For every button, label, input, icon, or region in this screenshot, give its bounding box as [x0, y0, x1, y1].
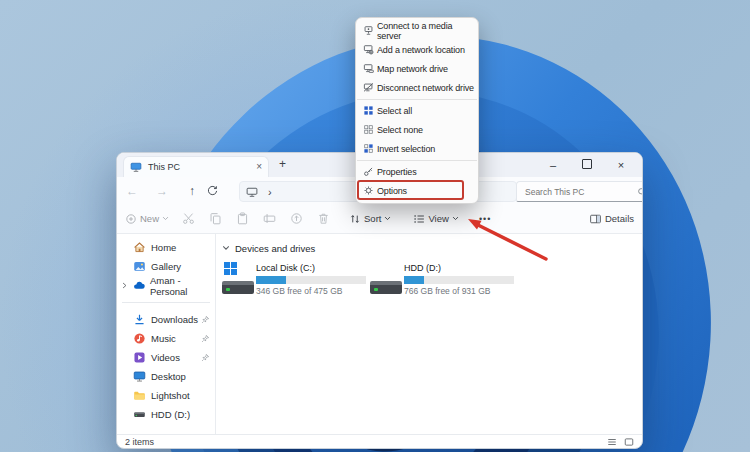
sidebar-label: HDD (D:) — [151, 409, 190, 420]
minimize-button[interactable]: – — [536, 160, 570, 171]
menu-item-select-all[interactable]: Select all — [356, 101, 478, 120]
sort-icon — [349, 213, 361, 225]
maximize-button[interactable] — [570, 159, 604, 171]
menu-separator — [357, 99, 477, 100]
copy-button[interactable] — [202, 212, 229, 225]
menu-item-properties[interactable]: Properties — [356, 162, 478, 181]
menu-item-label: Map network drive — [377, 64, 448, 74]
menu-item-disconnect-network-drive[interactable]: Disconnect network drive — [356, 78, 478, 97]
sidebar-item-downloads[interactable]: Downloads — [117, 310, 215, 329]
maximize-icon — [582, 159, 592, 169]
pin-icon — [201, 315, 210, 324]
tab-title: This PC — [148, 162, 250, 172]
sidebar-item-lightshot[interactable]: Lightshot — [117, 386, 215, 405]
this-pc-monitor-icon — [130, 161, 142, 173]
sidebar-item-gallery[interactable]: Gallery — [117, 257, 215, 276]
network-location-icon — [363, 44, 374, 55]
sidebar-item-music[interactable]: Music — [117, 329, 215, 348]
menu-item-map-network-drive[interactable]: Map network drive — [356, 59, 478, 78]
menu-item-add-network-location[interactable]: Add a network location — [356, 40, 478, 59]
sidebar-item-videos[interactable]: Videos — [117, 348, 215, 367]
view-button[interactable]: View — [413, 213, 458, 225]
sidebar-item-onedrive[interactable]: Aman - Personal — [117, 276, 215, 295]
paste-button[interactable] — [229, 212, 256, 225]
rename-button[interactable] — [256, 212, 283, 225]
menu-item-invert-selection[interactable]: Invert selection — [356, 139, 478, 158]
hard-drive-icon — [133, 408, 146, 421]
sidebar-label: Music — [151, 333, 176, 344]
view-icon — [413, 213, 425, 225]
window-body: Home Gallery — [117, 234, 642, 434]
capacity-bar — [256, 276, 366, 284]
this-pc-breadcrumb-icon — [246, 186, 258, 198]
chevron-right-icon[interactable] — [121, 282, 128, 289]
new-button[interactable]: New — [125, 213, 169, 225]
menu-item-select-none[interactable]: Select none — [356, 120, 478, 139]
see-more-dropdown-menu: Connect to a media server Add a network … — [355, 17, 479, 204]
drive-tiles: Local Disk (C:) 346 GB free of 475 GB — [220, 262, 642, 298]
sidebar-item-desktop[interactable]: Desktop — [117, 367, 215, 386]
drive-free-space: 346 GB free of 475 GB — [256, 286, 366, 296]
properties-key-icon — [363, 166, 374, 177]
pin-icon — [201, 334, 210, 343]
select-all-icon — [363, 105, 374, 116]
chevron-down-icon — [384, 216, 391, 221]
desktop-icon — [133, 370, 146, 383]
sidebar-label: Desktop — [151, 371, 186, 382]
drive-name: HDD (D:) — [404, 263, 514, 273]
sidebar-label: Videos — [151, 352, 180, 363]
pin-icon — [201, 353, 210, 362]
trash-icon — [317, 212, 330, 225]
up-button[interactable]: ↑ — [177, 184, 207, 198]
breadcrumb-chevron[interactable]: › — [268, 186, 272, 198]
cut-button[interactable] — [175, 212, 202, 225]
window-controls: – × — [536, 153, 638, 177]
delete-button[interactable] — [310, 212, 337, 225]
paste-icon — [236, 212, 249, 225]
see-more-button[interactable]: ••• — [479, 214, 491, 224]
search-box[interactable] — [516, 181, 643, 202]
tab-this-pc[interactable]: This PC × — [123, 156, 269, 177]
details-button[interactable]: Details — [589, 213, 634, 225]
list-view-toggle[interactable] — [607, 437, 617, 447]
sidebar-item-hdd-d[interactable]: HDD (D:) — [117, 405, 215, 424]
menu-item-label: Select none — [377, 125, 423, 135]
details-label: Details — [605, 213, 634, 224]
menu-separator — [357, 160, 477, 161]
invert-selection-icon — [363, 143, 374, 154]
map-network-drive-icon — [363, 63, 374, 74]
menu-item-connect-media-server[interactable]: Connect to a media server — [356, 21, 478, 40]
drive-local-disk-c[interactable]: Local Disk (C:) 346 GB free of 475 GB — [220, 262, 368, 298]
back-button[interactable]: ← — [117, 184, 147, 198]
search-input[interactable] — [523, 186, 637, 198]
new-tab-button[interactable]: + — [279, 158, 286, 172]
menu-item-options[interactable]: Options — [356, 181, 478, 200]
navigation-pane: Home Gallery — [117, 234, 216, 434]
drive-hdd-d[interactable]: HDD (D:) 766 GB free of 931 GB — [368, 262, 516, 298]
forward-button[interactable]: → — [147, 184, 177, 198]
drive-name: Local Disk (C:) — [256, 263, 366, 273]
item-count: 2 items — [125, 437, 154, 447]
sidebar-label: Downloads — [151, 314, 198, 325]
sidebar-item-home[interactable]: Home — [117, 238, 215, 257]
drive-body-icon — [222, 281, 254, 294]
home-icon — [133, 241, 146, 254]
share-button[interactable] — [283, 212, 310, 225]
media-server-icon — [363, 25, 374, 36]
refresh-button[interactable] — [207, 185, 237, 196]
thumbnail-view-toggle[interactable] — [624, 437, 634, 447]
new-plus-icon — [125, 213, 137, 225]
chevron-down-icon[interactable] — [222, 245, 230, 251]
folder-icon — [133, 389, 146, 402]
menu-item-label: Options — [377, 186, 407, 196]
tab-close-button[interactable]: × — [256, 162, 262, 172]
close-button[interactable]: × — [604, 160, 638, 171]
menu-item-label: Invert selection — [377, 144, 435, 154]
capacity-bar-fill — [256, 276, 286, 284]
sort-button[interactable]: Sort — [349, 213, 391, 225]
sidebar-label: Lightshot — [151, 390, 190, 401]
section-devices-and-drives[interactable]: Devices and drives — [222, 240, 642, 256]
drive-free-space: 766 GB free of 931 GB — [404, 286, 514, 296]
share-icon — [290, 212, 303, 225]
gallery-icon — [133, 260, 146, 273]
